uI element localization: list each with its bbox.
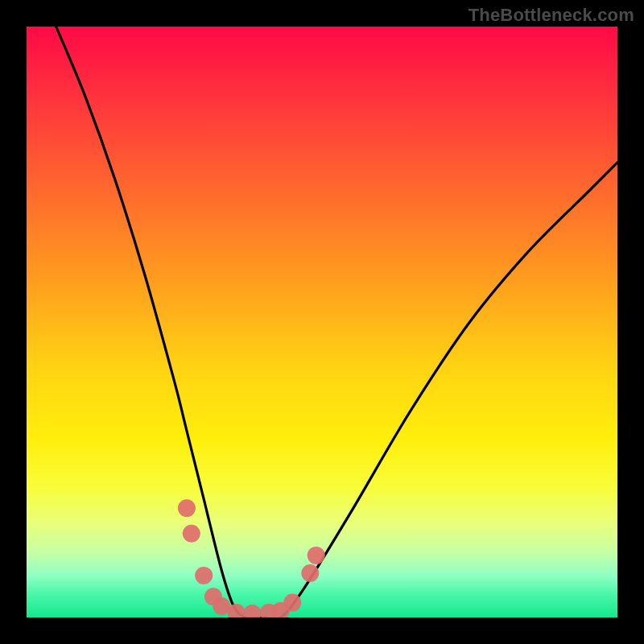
curve-layer (56, 27, 617, 617)
marker-layer (178, 499, 325, 617)
marker-dot (195, 567, 213, 584)
marker-dot (183, 525, 200, 543)
marker-dot (301, 564, 319, 582)
marker-dot (178, 499, 196, 517)
plot-area (27, 27, 617, 617)
chart-svg (27, 27, 617, 617)
marker-dot (283, 594, 301, 612)
watermark-text: TheBottleneck.com (469, 5, 634, 26)
primary-curve (56, 27, 617, 617)
marker-dot (243, 605, 261, 617)
marker-dot (308, 547, 325, 564)
outer-frame: TheBottleneck.com (0, 0, 644, 644)
